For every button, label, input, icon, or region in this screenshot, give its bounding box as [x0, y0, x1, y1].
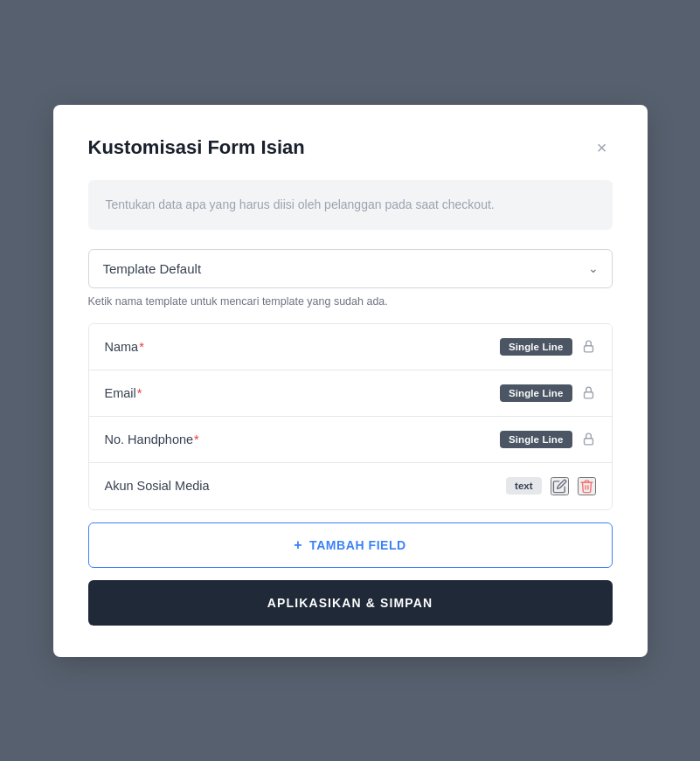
save-button[interactable]: APLIKASIKAN & SIMPAN: [88, 580, 613, 626]
field-actions-sosmed: text: [506, 477, 595, 495]
close-button[interactable]: ×: [592, 137, 613, 158]
field-actions-email: Single Line: [500, 384, 596, 402]
lock-icon: [581, 385, 596, 400]
add-field-label: TAMBAH FIELD: [309, 538, 406, 552]
table-row: Nama* Single Line: [89, 324, 612, 370]
lock-icon: [581, 432, 596, 446]
template-dropdown-wrapper: Template Default ⌄: [88, 249, 613, 288]
info-box: Tentukan data apa yang harus diisi oleh …: [88, 180, 613, 230]
modal-container: Kustomisasi Form Isian × Tentukan data a…: [53, 105, 648, 657]
svg-rect-1: [584, 392, 593, 398]
field-badge-nama: Single Line: [500, 338, 572, 356]
field-label-nama: Nama*: [105, 340, 144, 354]
info-text: Tentukan data apa yang harus diisi oleh …: [106, 196, 595, 214]
dropdown-hint: Ketik nama template untuk mencari templa…: [88, 295, 613, 308]
edit-button[interactable]: [551, 477, 569, 495]
lock-icon: [581, 339, 596, 354]
plus-icon: +: [294, 537, 302, 553]
table-row: No. Handphone* Single Line: [89, 417, 612, 463]
table-row: Email* Single Line: [89, 370, 612, 417]
field-actions-nama: Single Line: [500, 338, 596, 356]
field-label-handphone: No. Handphone*: [105, 432, 199, 446]
modal-overlay: Kustomisasi Form Isian × Tentukan data a…: [0, 0, 700, 761]
table-row: Akun Sosial Media text: [89, 463, 612, 509]
field-label-email: Email*: [105, 386, 142, 400]
svg-rect-0: [584, 346, 593, 352]
template-dropdown[interactable]: Template Default: [88, 249, 613, 288]
modal-header: Kustomisasi Form Isian ×: [88, 136, 613, 159]
fields-list: Nama* Single Line Email*: [88, 323, 613, 510]
modal-title: Kustomisasi Form Isian: [88, 136, 305, 159]
field-badge-sosmed: text: [506, 477, 541, 495]
delete-button[interactable]: [578, 477, 596, 495]
field-actions-handphone: Single Line: [500, 431, 596, 448]
field-badge-email: Single Line: [500, 384, 572, 402]
svg-rect-2: [584, 439, 593, 445]
field-label-sosmed: Akun Sosial Media: [105, 479, 210, 493]
field-badge-handphone: Single Line: [500, 431, 572, 448]
add-field-button[interactable]: + TAMBAH FIELD: [88, 522, 613, 568]
